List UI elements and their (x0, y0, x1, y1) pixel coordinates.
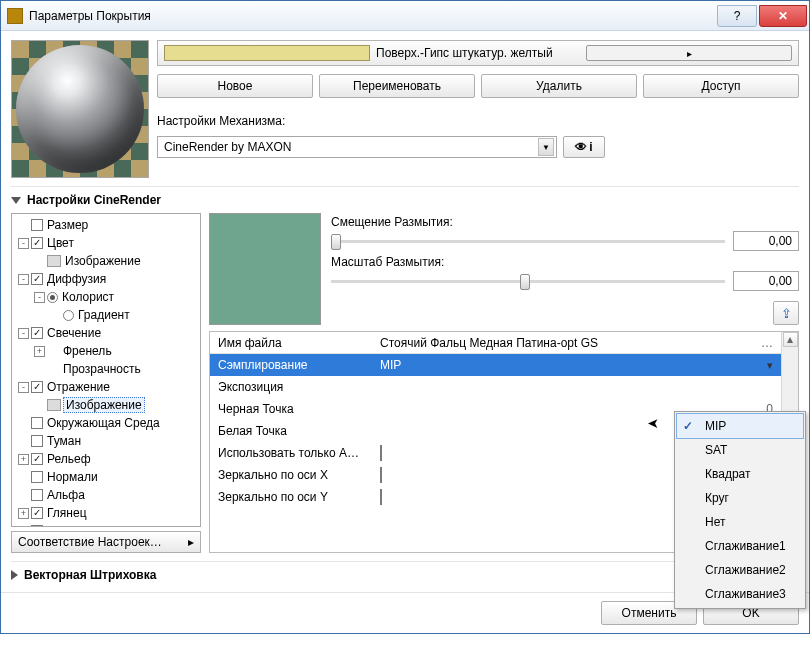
blur-scale-label: Масштаб Размытия: (331, 255, 799, 269)
expand-toggle[interactable]: + (18, 508, 29, 519)
expand-toggle[interactable]: - (18, 382, 29, 393)
tree-checkbox[interactable] (31, 273, 43, 285)
menu-item[interactable]: Нет (677, 510, 803, 534)
prop-key: Имя файла (218, 336, 374, 350)
chevron-down-icon[interactable]: ▾ (767, 359, 773, 371)
prop-checkbox[interactable] (380, 445, 382, 461)
tree-label: Прозрачность (61, 362, 143, 376)
engine-combo[interactable]: CineRender by MAXON ▼ (157, 136, 557, 158)
tree-label: Отражение (45, 380, 112, 394)
titlebar: Параметры Покрытия ? ✕ (1, 1, 809, 31)
tree-checkbox[interactable] (31, 471, 43, 483)
prop-value[interactable]: MIP (380, 358, 747, 372)
scroll-up-icon[interactable]: ▴ (783, 332, 798, 347)
expand-toggle (34, 400, 45, 411)
sampling-dropdown-menu[interactable]: MIPSATКвадратКругНетСглаживание1Сглажива… (674, 411, 806, 609)
tree-checkbox[interactable] (31, 417, 43, 429)
expand-toggle[interactable]: + (18, 454, 29, 465)
blur-scale-slider[interactable] (331, 280, 725, 283)
new-button[interactable]: Новое (157, 74, 313, 98)
table-row[interactable]: СэмплированиеMIP▾ (210, 354, 781, 376)
expand-toggle (18, 220, 29, 231)
menu-item[interactable]: SAT (677, 438, 803, 462)
export-button[interactable]: ⇪ (773, 301, 799, 325)
rename-button[interactable]: Переименовать (319, 74, 475, 98)
menu-item[interactable]: Круг (677, 486, 803, 510)
tree-item[interactable]: Прозрачность (12, 360, 200, 378)
tree-item[interactable]: +Френель (12, 342, 200, 360)
prop-extra[interactable]: … (753, 336, 773, 350)
expand-toggle[interactable]: - (18, 274, 29, 285)
tree-label: Туман (45, 434, 83, 448)
tree-item[interactable]: Размер (12, 216, 200, 234)
tree-label: Изображение (63, 254, 143, 268)
tree-checkbox[interactable] (31, 525, 43, 527)
expand-toggle[interactable]: - (18, 328, 29, 339)
tree-radio[interactable] (47, 292, 58, 303)
delete-button[interactable]: Удалить (481, 74, 637, 98)
tree-label: Свечение (45, 326, 103, 340)
channel-tree[interactable]: Размер-ЦветИзображение-Диффузия-Колорист… (11, 213, 201, 527)
match-settings-label: Соответствие Настроек… (18, 532, 162, 552)
tree-item[interactable]: Нормали (12, 468, 200, 486)
disclosure-down-icon (11, 197, 21, 204)
blur-offset-value[interactable]: 0,00 (733, 231, 799, 251)
prop-checkbox[interactable] (380, 467, 382, 483)
tree-item[interactable]: -Колорист (12, 288, 200, 306)
tree-item[interactable]: Изображение (12, 252, 200, 270)
image-icon (47, 255, 61, 267)
access-button[interactable]: Доступ (643, 74, 799, 98)
tree-item[interactable]: +Глянец (12, 504, 200, 522)
tree-checkbox[interactable] (31, 435, 43, 447)
prop-extra[interactable]: ▾ (753, 358, 773, 372)
tree-item[interactable]: Ореол (12, 522, 200, 527)
close-button[interactable]: ✕ (759, 5, 807, 27)
blur-offset-slider[interactable] (331, 240, 725, 243)
tree-checkbox[interactable] (31, 327, 43, 339)
tree-checkbox[interactable] (31, 219, 43, 231)
menu-item[interactable]: Квадрат (677, 462, 803, 486)
material-menu-button[interactable]: ▸ (586, 45, 792, 61)
table-row[interactable]: Экспозиция (210, 376, 781, 398)
tree-item[interactable]: -Отражение (12, 378, 200, 396)
menu-item[interactable]: MIP (677, 414, 803, 438)
prop-key: Использовать только А… (218, 446, 374, 460)
tree-radio[interactable] (63, 310, 74, 321)
match-settings-button[interactable]: Соответствие Настроек…▸ (11, 531, 201, 553)
expand-toggle[interactable]: - (18, 238, 29, 249)
tree-item[interactable]: -Цвет (12, 234, 200, 252)
menu-item[interactable]: Сглаживание3 (677, 582, 803, 606)
tree-item[interactable]: Окружающая Среда (12, 414, 200, 432)
tree-item[interactable]: Туман (12, 432, 200, 450)
section-cinerender[interactable]: Настройки CineRender (11, 186, 799, 207)
tree-checkbox[interactable] (31, 507, 43, 519)
tree-item[interactable]: Изображение (12, 396, 200, 414)
expand-toggle[interactable]: - (34, 292, 45, 303)
tree-label: Рельеф (45, 452, 93, 466)
chevron-down-icon[interactable]: ▼ (538, 138, 554, 156)
section-cine-label: Настройки CineRender (27, 193, 161, 207)
tree-checkbox[interactable] (31, 381, 43, 393)
tree-item[interactable]: -Свечение (12, 324, 200, 342)
tree-checkbox[interactable] (31, 489, 43, 501)
expand-toggle[interactable]: + (34, 346, 45, 357)
prop-checkbox[interactable] (380, 489, 382, 505)
tree-item[interactable]: Градиент (12, 306, 200, 324)
material-name-bar[interactable]: Поверх.-Гипс штукатур. желтый ▸ (157, 40, 799, 66)
material-swatch (164, 45, 370, 61)
blur-scale-value[interactable]: 0,00 (733, 271, 799, 291)
tree-checkbox[interactable] (31, 453, 43, 465)
tree-item[interactable]: +Рельеф (12, 450, 200, 468)
menu-item[interactable]: Сглаживание1 (677, 534, 803, 558)
expand-toggle (34, 364, 45, 375)
help-button[interactable]: ? (717, 5, 757, 27)
tree-item[interactable]: Альфа (12, 486, 200, 504)
menu-item[interactable]: Сглаживание2 (677, 558, 803, 582)
prop-value[interactable]: Стоячий Фальц Медная Патина-opt GS (380, 336, 747, 350)
tree-label: Градиент (76, 308, 132, 322)
window-title: Параметры Покрытия (29, 9, 151, 23)
tree-item[interactable]: -Диффузия (12, 270, 200, 288)
tree-checkbox[interactable] (31, 237, 43, 249)
engine-info-button[interactable]: 👁 i (563, 136, 605, 158)
table-row[interactable]: Имя файлаСтоячий Фальц Медная Патина-opt… (210, 332, 781, 354)
